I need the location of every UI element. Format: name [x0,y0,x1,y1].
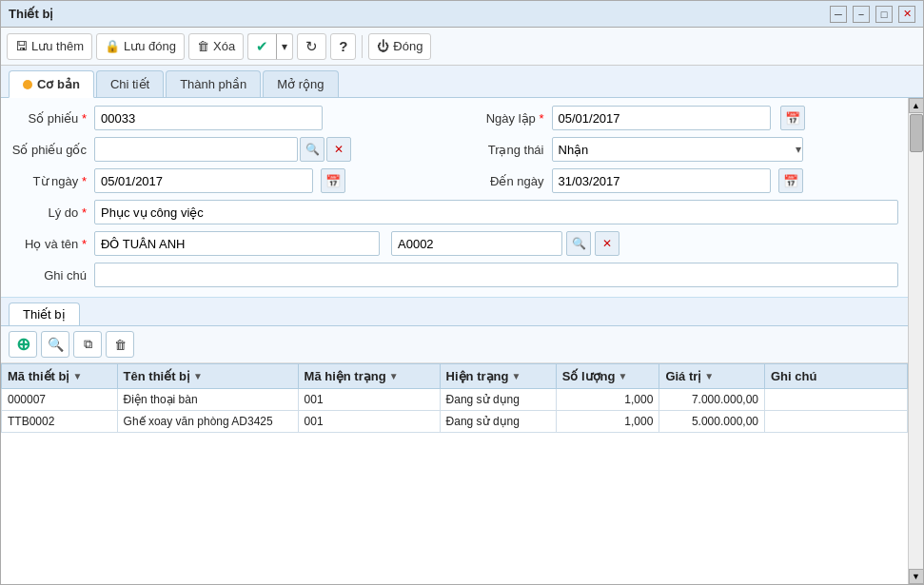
close-button[interactable]: ✕ [898,6,915,23]
ghi-chu-input[interactable] [94,263,898,287]
form-area: Số phiếu * Ngày lập * 📅 [1,98,908,298]
table-wrap: Mã thiết bị ▼ Tên thiết bị ▼ [1,363,908,433]
tu-ngay-calendar-button[interactable]: 📅 [321,168,345,193]
refresh-button[interactable]: ↻ [297,33,326,60]
dong-button[interactable]: ⏻ Đóng [368,33,431,60]
col-ma-thiet-bi-filter-icon[interactable]: ▼ [72,371,82,381]
xoa-button[interactable]: 🗑 Xóa [188,33,244,60]
ho-va-ten-label: Họ và tên * [10,237,87,251]
den-ngay-group: Đến ngày 📅 [459,168,899,193]
ngay-lap-group: Ngày lập * 📅 [459,106,899,130]
col-so-luong-filter-icon[interactable]: ▼ [618,371,627,381]
cell-ghi-chu [765,389,908,411]
table-copy-button[interactable]: ⧉ [73,331,102,358]
tab-co-ban[interactable]: Cơ bản [9,70,94,98]
thiet-bi-table: Mã thiết bị ▼ Tên thiết bị ▼ [1,363,908,433]
xoa-label: Xóa [213,39,235,53]
tab-co-ban-label: Cơ bản [37,77,80,91]
so-phieu-input[interactable] [94,106,323,130]
tab-chi-tiet[interactable]: Chi tiết [96,70,164,97]
refresh-icon: ↻ [305,38,318,55]
power-icon: ⏻ [377,39,389,53]
help-button[interactable]: ? [330,33,356,60]
tu-ngay-req: * [82,174,87,188]
minimize-button[interactable]: − [853,6,870,23]
ngay-lap-input[interactable] [552,106,771,130]
col-hien-trang: Hiện trạng ▼ [440,364,556,389]
cell-ghi-chu [765,411,908,433]
maximize-button[interactable]: □ [875,6,893,23]
section-tab-thiet-bi[interactable]: Thiết bị [9,302,80,325]
section-tab-label: Thiết bị [23,307,66,322]
den-ngay-calendar-button[interactable]: 📅 [778,168,803,193]
tab-mo-rong[interactable]: Mở rộng [263,70,338,97]
form-scroll-area: Số phiếu * Ngày lập * 📅 [1,98,923,584]
dong-label: Đóng [393,39,423,53]
row-so-phieu-goc: Số phiếu gốc 🔍 ✕ Trạng thái Nh [10,137,898,162]
form-content: Số phiếu * Ngày lập * 📅 [1,98,908,584]
cell-hien-trang: Đang sử dụng [440,411,556,433]
main-content: Số phiếu * Ngày lập * 📅 [1,98,923,584]
confirm-button[interactable]: ✔ [247,33,276,60]
cell-ma-thiet-bi: TTB0002 [2,411,118,433]
tu-ngay-group: Từ ngày * 📅 [10,168,451,193]
window-title: Thiết bị [9,7,53,21]
delete-icon: 🗑 [197,39,209,53]
title-bar: Thiết bị ─ − □ ✕ [1,1,923,28]
col-ma-hien-trang: Mã hiện trạng ▼ [298,364,440,389]
table-delete-button[interactable]: 🗑 [106,331,134,358]
col-ghi-chu: Ghi chú [765,364,908,389]
ma-nv-search-button[interactable]: 🔍 [566,231,591,256]
cell-gia-tri: 7.000.000,00 [659,389,765,411]
cell-ten-thiet-bi: Điện thoại bàn [117,389,298,411]
col-hien-trang-filter-icon[interactable]: ▼ [511,371,521,381]
trang-thai-select-wrap: Nhận Đã xử lý Chờ duyệt ▾ [552,137,803,162]
table-search-button[interactable]: 🔍 [41,331,69,358]
row-tu-ngay: Từ ngày * 📅 Đến ngày 📅 [10,168,898,193]
ma-nv-clear-button[interactable]: ✕ [595,231,619,256]
table-add-button[interactable]: ⊕ [9,331,37,358]
confirm-arrow-button[interactable]: ▾ [276,33,293,60]
ma-nv-input[interactable] [391,231,562,256]
cell-so-luong: 1,000 [556,389,659,411]
tab-dot-icon [23,80,32,89]
col-ten-thiet-bi: Tên thiết bị ▼ [117,364,298,389]
row-so-phieu: Số phiếu * Ngày lập * 📅 [10,106,898,130]
trang-thai-select[interactable]: Nhận Đã xử lý Chờ duyệt [552,137,803,162]
ngay-lap-calendar-button[interactable]: 📅 [780,106,805,130]
right-scrollbar: ▲ ▼ [908,98,923,584]
col-ma-hien-trang-filter-icon[interactable]: ▼ [389,371,399,381]
den-ngay-input[interactable] [552,168,771,193]
tu-ngay-label: Từ ngày * [10,174,87,188]
ho-va-ten-input[interactable] [94,231,380,256]
row-ho-va-ten: Họ và tên * 🔍 ✕ [10,231,898,256]
save-add-icon: 🖫 [15,39,28,53]
so-phieu-goc-input[interactable] [94,137,298,162]
tab-thanh-phan-label: Thành phần [180,77,246,91]
cell-ma-hien-trang: 001 [298,411,440,433]
scroll-down-button[interactable]: ▼ [909,569,924,584]
so-phieu-label: Số phiếu * [10,111,87,126]
ly-do-input[interactable] [94,200,898,224]
luu-dong-button[interactable]: 🔒 Lưu đóng [96,33,185,60]
scroll-thumb[interactable] [910,114,923,152]
bottom-section: Thiết bị ⊕ 🔍 ⧉ 🗑 [1,298,908,433]
table-row[interactable]: 000007 Điện thoại bàn 001 Đang sử dụng 1… [2,389,908,411]
table-row[interactable]: TTB0002 Ghế xoay văn phòng AD3425 001 Đa… [2,411,908,433]
table-toolbar: ⊕ 🔍 ⧉ 🗑 [1,326,908,363]
cell-so-luong: 1,000 [556,411,659,433]
col-ten-thiet-bi-filter-icon[interactable]: ▼ [193,371,203,381]
so-phieu-goc-clear-button[interactable]: ✕ [326,137,351,162]
scroll-up-button[interactable]: ▲ [909,98,924,113]
col-gia-tri-filter-icon[interactable]: ▼ [704,371,714,381]
confirm-split: ✔ ▾ [247,33,293,60]
title-controls: ─ − □ ✕ [830,6,915,23]
main-window: Thiết bị ─ − □ ✕ 🖫 Lưu thêm 🔒 Lưu đóng 🗑… [0,0,924,585]
luu-them-button[interactable]: 🖫 Lưu thêm [7,33,92,60]
ghi-chu-label: Ghi chú [10,268,87,283]
so-phieu-goc-search-button[interactable]: 🔍 [300,137,324,162]
pin-button[interactable]: ─ [830,6,847,23]
scroll-track [909,113,923,569]
tu-ngay-input[interactable] [94,168,313,193]
tab-thanh-phan[interactable]: Thành phần [166,70,261,97]
